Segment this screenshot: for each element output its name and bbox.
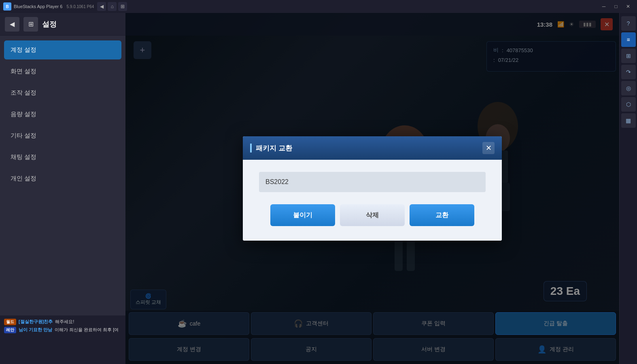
titlebar-nav: ◀ ⌂ ⊞ [97,2,127,11]
content-area: 13:38 📶 ☀ ▮▮▮ ✕ + 비 : 407875530 : 07/21/… [125,13,619,364]
app-name: BlueStacks App Player 6 [14,4,62,9]
sidebar-item-other[interactable]: 기타 설정 [4,126,121,145]
modal-title-wrapper: 패키지 교환 [250,144,292,153]
sidebar-item-audio[interactable]: 음량 설정 [4,105,121,124]
modal-title-bar [250,144,252,152]
right-icon-grid[interactable]: ⊞ [621,49,636,63]
exchange-button[interactable]: 교환 [410,204,474,226]
right-sidebar: ? ≡ ⊞ ↷ ◎ ⬡ ▦ [619,13,637,364]
right-icon-settings[interactable]: ▦ [621,113,636,128]
modal-header: 패키지 교환 ✕ [243,136,502,160]
sidebar-menu: 계정 설정 화면 설정 조작 설정 음량 설정 기타 설정 채팅 설정 개인 설… [0,36,125,193]
window-controls: ─ □ ✕ [598,2,634,11]
right-icon-help[interactable]: ? [621,16,636,31]
package-code-input[interactable] [259,172,486,192]
chat-name-1: [절실한구원]친추 [19,319,53,325]
package-exchange-modal: 패키지 교환 ✕ 붙이기 삭제 교환 [243,136,502,241]
app-logo: B BlueStacks App Player 6 5.9.0.1061 P64 [3,2,94,11]
chat-message-1: 월드 [절실한구원]친추 해주세요! [4,319,121,325]
app-icon: B [3,2,11,11]
sidebar-item-personal[interactable]: 개인 설정 [4,169,121,188]
maximize-button[interactable]: □ [610,2,622,11]
sidebar-item-chat[interactable]: 채팅 설정 [4,148,121,167]
main-container: ◀ ⊞ 설정 계정 설정 화면 설정 조작 설정 음량 설정 기타 설정 채팅 … [0,13,637,364]
right-icon-refresh[interactable]: ↷ [621,65,636,79]
sidebar-item-account[interactable]: 계정 설정 [4,40,121,59]
chat-area: 월드 [절실한구원]친추 해주세요! 레안 님이 기묘한 만남 이해가 죄신을 … [0,315,125,364]
sidebar: ◀ ⊞ 설정 계정 설정 화면 설정 조작 설정 음량 설정 기타 설정 채팅 … [0,13,125,364]
modal-close-button[interactable]: ✕ [482,142,495,154]
modal-title: 패키지 교환 [256,144,292,153]
app-version: 5.9.0.1061 P64 [66,4,94,9]
right-icon-menu[interactable]: ≡ [621,32,636,47]
chat-badge-world: 월드 [4,319,16,325]
nav-grid-button[interactable]: ⊞ [118,2,127,11]
chat-message-2: 레안 님이 기묘한 만남 이해가 죄신을 완료하여 최후 [여 [4,327,121,333]
chat-name-2: 님이 기묘한 만남 [19,327,52,333]
sidebar-back-button[interactable]: ◀ [5,17,19,32]
modal-buttons: 붙이기 삭제 교환 [259,204,486,226]
delete-button[interactable]: 삭제 [340,204,405,226]
right-icon-record[interactable]: ◎ [621,81,636,95]
titlebar: B BlueStacks App Player 6 5.9.0.1061 P64… [0,0,637,13]
minimize-button[interactable]: ─ [598,2,609,11]
nav-home-button[interactable]: ⌂ [108,2,117,11]
sidebar-header: ◀ ⊞ 설정 [0,13,125,36]
sidebar-item-screen[interactable]: 화면 설정 [4,62,121,81]
right-icon-hexagon[interactable]: ⬡ [621,97,636,112]
nav-back-button[interactable]: ◀ [97,2,106,11]
sidebar-grid-button[interactable]: ⊞ [23,17,38,32]
sidebar-item-controls[interactable]: 조작 설정 [4,83,121,102]
chat-badge-lean: 레안 [4,327,16,333]
paste-button[interactable]: 붙이기 [270,204,335,226]
chat-text-1: 해주세요! [55,319,74,325]
chat-text-2: 이해가 죄신을 완료하여 최후 [여 [55,327,119,333]
modal-body: 붙이기 삭제 교환 [243,160,502,241]
close-button[interactable]: ✕ [622,2,634,11]
sidebar-title: 설정 [42,19,57,29]
